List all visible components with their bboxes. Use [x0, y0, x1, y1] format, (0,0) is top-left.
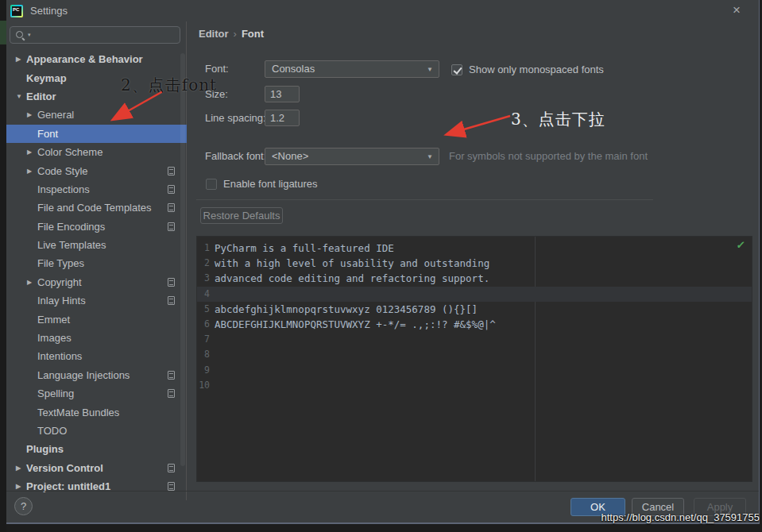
restore-defaults-button[interactable]: Restore Defaults [200, 207, 283, 224]
sidebar-item-general[interactable]: ▶General [6, 106, 187, 124]
chevron-down-icon: ▼ [427, 149, 433, 165]
sidebar-item-emmet[interactable]: Emmet [6, 310, 187, 328]
sidebar-item-color-scheme[interactable]: ▶Color Scheme [6, 143, 187, 161]
chevron-right-icon[interactable]: ▶ [16, 56, 26, 63]
line-spacing-label: Line spacing: [205, 110, 266, 127]
settings-search-box[interactable]: ▾ [10, 26, 180, 44]
sidebar-item-copyright[interactable]: ▶Copyright [6, 273, 187, 291]
sidebar-item-version-control[interactable]: ▶Version Control [6, 459, 187, 477]
sidebar-item-inspections[interactable]: Inspections [6, 180, 187, 199]
sidebar-item-live-templates[interactable]: Live Templates [6, 236, 187, 254]
code-text: PyCharm is a full-featured IDE [215, 241, 394, 256]
sidebar-item-inlay-hints[interactable]: Inlay Hints [6, 291, 187, 310]
project-settings-page-icon [168, 482, 175, 491]
sidebar-item-textmate-bundles[interactable]: TextMate Bundles [6, 403, 187, 421]
sidebar-item-label: General [37, 109, 74, 121]
monospaced-checkbox-label: Show only monospaced fonts [469, 64, 604, 75]
dialog-title: Settings [30, 5, 68, 17]
preview-code-line: 9 [197, 363, 752, 378]
sidebar-item-intentions[interactable]: Intentions [6, 347, 187, 365]
chevron-right-icon[interactable]: ▶ [27, 168, 37, 175]
line-number: 6 [197, 317, 210, 332]
sidebar-item-file-types[interactable]: File Types [6, 254, 187, 272]
cancel-button[interactable]: Cancel [632, 498, 684, 516]
line-spacing-input[interactable] [265, 110, 300, 126]
sidebar-item-label: Color Scheme [37, 146, 103, 158]
breadcrumb-editor[interactable]: Editor [199, 28, 229, 40]
ok-button[interactable]: OK [571, 498, 625, 516]
dialog-footer: ? OK Cancel Apply [6, 491, 759, 522]
chevron-right-icon[interactable]: ▶ [16, 465, 26, 472]
code-text: ABCDEFGHIJKLMNOPQRSTUVWXYZ +-*/= .,;:!? … [215, 317, 496, 332]
ligatures-checkbox-label: Enable font ligatures [223, 178, 318, 190]
sidebar-item-label: Code Style [37, 165, 88, 177]
project-settings-page-icon [168, 203, 175, 212]
sidebar-item-file-and-code-templates[interactable]: File and Code Templates [6, 199, 187, 217]
settings-sidebar: ▾ ▶Appearance & BehaviorKeymap▼Editor▶Ge… [6, 21, 187, 500]
sidebar-item-images[interactable]: Images [6, 329, 187, 347]
close-icon[interactable]: × [729, 2, 745, 18]
sidebar-item-label: Version Control [26, 462, 103, 474]
monospaced-checkbox[interactable] [451, 64, 462, 75]
fallback-font-value: <None> [272, 150, 308, 162]
sidebar-item-spelling[interactable]: Spelling [6, 384, 187, 403]
ligatures-checkbox[interactable] [206, 179, 217, 190]
sidebar-item-plugins[interactable]: Plugins [6, 440, 187, 458]
monospaced-checkbox-group: Show only monospaced fonts [451, 64, 604, 75]
code-text: with a high level of usability and outst… [215, 256, 489, 271]
fallback-font-label: Fallback font: [205, 148, 266, 165]
font-family-value: Consolas [272, 63, 315, 75]
help-button[interactable]: ? [14, 497, 33, 515]
sidebar-item-file-encodings[interactable]: File Encodings [6, 218, 187, 236]
chevron-right-icon[interactable]: ▶ [27, 148, 37, 156]
sidebar-item-label: Inlay Hints [37, 295, 86, 306]
line-number: 7 [197, 332, 210, 347]
sidebar-item-label: Live Templates [37, 239, 106, 251]
line-number: 2 [197, 256, 210, 271]
sidebar-item-label: TextMate Bundles [37, 407, 119, 418]
font-settings-panel: Editor›Font Font: Consolas ▼ Show only m… [188, 21, 759, 492]
sidebar-item-language-injections[interactable]: Language Injections [6, 366, 187, 384]
sidebar-item-label: Plugins [26, 443, 64, 455]
settings-dialog: PC Settings × ▾ ▶Appearance & BehaviorKe… [6, 0, 760, 524]
font-family-dropdown[interactable]: Consolas ▼ [265, 60, 439, 78]
settings-tree: ▶Appearance & BehaviorKeymap▼Editor▶Gene… [6, 50, 187, 500]
line-number: 8 [197, 347, 210, 362]
line-number: 9 [197, 363, 210, 378]
line-number: 4 [197, 287, 210, 302]
size-input[interactable] [265, 86, 300, 102]
settings-dialog-screen: PC Settings × ▾ ▶Appearance & BehaviorKe… [0, 0, 762, 532]
dialog-titlebar: PC Settings × [6, 0, 759, 21]
sidebar-item-appearance-behavior[interactable]: ▶Appearance & Behavior [6, 50, 187, 68]
project-settings-page-icon [168, 167, 175, 175]
chevron-right-icon[interactable]: ▶ [16, 483, 26, 490]
background-window-edge [0, 0, 6, 532]
pycharm-logo-text: PC [12, 6, 21, 16]
preview-code: 1PyCharm is a full-featured IDE2with a h… [197, 241, 752, 393]
pycharm-logo-icon: PC [10, 5, 23, 17]
sidebar-item-editor[interactable]: ▼Editor [6, 87, 187, 106]
preview-code-line: 7 [197, 332, 752, 347]
sidebar-scrollbar[interactable] [180, 53, 185, 466]
search-history-caret-icon[interactable]: ▾ [28, 32, 31, 38]
sidebar-item-font[interactable]: Font [6, 125, 187, 143]
search-input[interactable] [34, 29, 175, 40]
chevron-right-icon[interactable]: ▶ [27, 279, 37, 286]
background-window-fragment [0, 21, 6, 44]
code-text: abcdefghijklmnopqrstuvwxyz 0123456789 ()… [215, 302, 478, 317]
chevron-down-icon[interactable]: ▼ [16, 93, 26, 100]
fallback-font-dropdown[interactable]: <None> ▼ [265, 148, 439, 165]
chevron-right-icon[interactable]: ▶ [27, 111, 37, 118]
preview-code-line: 6ABCDEFGHIJKLMNOPQRSTUVWXYZ +-*/= .,;:!?… [197, 317, 752, 332]
preview-code-line: 4 [197, 287, 752, 302]
sidebar-item-code-style[interactable]: ▶Code Style [6, 161, 187, 179]
sidebar-item-keymap[interactable]: Keymap [6, 68, 187, 87]
sidebar-item-label: TODO [37, 425, 67, 437]
apply-button[interactable]: Apply [694, 498, 746, 516]
project-settings-page-icon [168, 278, 175, 287]
preview-code-line: 5abcdefghijklmnopqrstuvwxyz 0123456789 (… [197, 302, 752, 317]
sidebar-item-todo[interactable]: TODO [6, 422, 187, 440]
font-label: Font: [205, 60, 229, 78]
sidebar-item-label: Copyright [37, 276, 82, 288]
font-preview-editor[interactable]: 1PyCharm is a full-featured IDE2with a h… [196, 236, 752, 482]
